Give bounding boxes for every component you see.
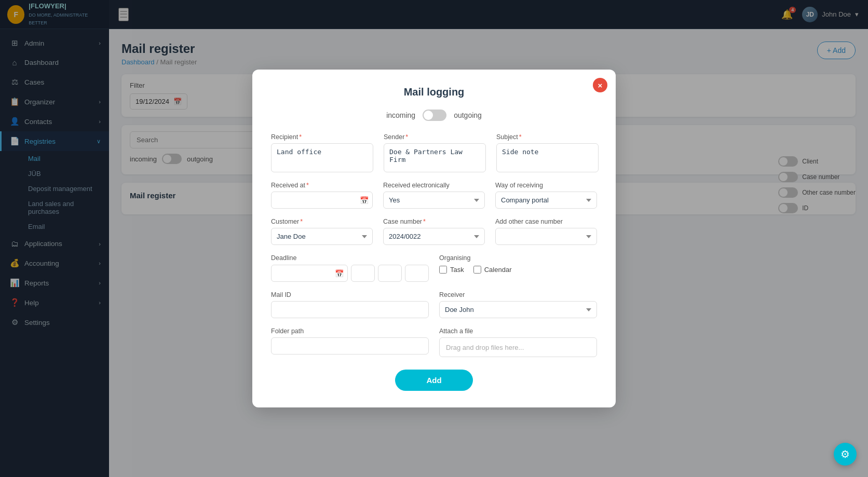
deadline-second-input[interactable]: 30: [405, 265, 429, 282]
mail-id-input[interactable]: [271, 301, 429, 318]
add-other-case-number-field: Add other case number: [495, 218, 597, 245]
task-checkbox[interactable]: [439, 266, 447, 274]
folder-path-label: Folder path: [271, 328, 429, 335]
drop-zone[interactable]: Drag and drop files here...: [439, 337, 597, 357]
attach-file-label: Attach a file: [439, 328, 597, 335]
modal-close-button[interactable]: ×: [593, 78, 607, 92]
received-at-label: Received at*: [271, 182, 373, 189]
drop-zone-text: Drag and drop files here...: [446, 344, 524, 351]
deadline-minute-input[interactable]: 15: [378, 265, 402, 282]
received-at-input[interactable]: 19/12/2024: [271, 192, 373, 209]
organising-label: Organising: [439, 254, 597, 262]
calendar-checkbox[interactable]: [473, 266, 481, 274]
task-label: Task: [450, 266, 464, 274]
receiver-field: Receiver Doe John Jane Doe: [439, 291, 597, 318]
received-electronically-label: Received electronically: [383, 182, 485, 189]
way-of-receiving-label: Way of receiving: [495, 182, 597, 189]
sender-field: Sender* Doe & Partners Law Firm: [384, 133, 486, 172]
deadline-hour-input[interactable]: 8: [351, 265, 375, 282]
recipient-label: Recipient*: [271, 133, 373, 141]
add-other-case-number-label: Add other case number: [495, 218, 597, 225]
received-electronically-field: Received electronically Yes No: [383, 182, 485, 209]
subject-input[interactable]: Side note: [496, 143, 599, 172]
main-content: Mail register Dashboard / Mail register …: [109, 29, 868, 477]
attach-file-field: Attach a file Drag and drop files here..…: [439, 328, 597, 357]
case-number-field: Case number* 2024/0022 2024/0021: [383, 218, 485, 245]
form-row-2: Received at* 19/12/2024 📅 Received elect…: [271, 182, 597, 209]
add-other-case-number-select[interactable]: [495, 228, 597, 245]
modal: × Mail logging incoming outgoing Recipie…: [252, 70, 616, 407]
customer-field: Customer* Jane Doe John Smith: [271, 218, 373, 245]
subject-label: Subject*: [496, 133, 599, 141]
case-number-label: Case number*: [383, 218, 485, 225]
form-row-1: Recipient* Land office Sender* Doe & Par…: [271, 133, 597, 172]
deadline-inputs: 📅 8 15 30: [271, 265, 429, 282]
settings-fab-icon: ⚙: [840, 448, 850, 460]
customer-label: Customer*: [271, 218, 373, 225]
customer-select[interactable]: Jane Doe John Smith: [271, 228, 373, 245]
case-number-select[interactable]: 2024/0022 2024/0021: [383, 228, 485, 245]
receiver-label: Receiver: [439, 291, 597, 298]
deadline-label: Deadline: [271, 254, 429, 262]
modal-incoming-label: incoming: [386, 111, 415, 119]
modal-outgoing-label: outgoing: [454, 111, 482, 119]
mail-id-field: Mail ID: [271, 291, 429, 318]
deadline-section: Deadline 📅 8 15 30: [271, 254, 429, 282]
settings-fab[interactable]: ⚙: [834, 443, 857, 466]
received-at-field: Received at* 19/12/2024 📅: [271, 182, 373, 209]
organising-checkbox-row: Task Calendar: [439, 266, 597, 274]
received-at-date-wrapper: 19/12/2024 📅: [271, 192, 373, 209]
calendar-checkbox-label[interactable]: Calendar: [473, 266, 512, 274]
deadline-organising-row: Deadline 📅 8 15 30 Organising: [271, 254, 597, 282]
received-electronically-select[interactable]: Yes No: [383, 192, 485, 209]
form-row-3: Customer* Jane Doe John Smith Case numbe…: [271, 218, 597, 245]
task-checkbox-label[interactable]: Task: [439, 266, 464, 274]
deadline-date-input[interactable]: [271, 265, 348, 282]
subject-field: Subject* Side note: [496, 133, 599, 172]
folder-path-field: Folder path: [271, 328, 429, 357]
recipient-input[interactable]: Land office: [271, 143, 373, 172]
deadline-date-wrapper: 📅: [271, 265, 348, 282]
way-of-receiving-select[interactable]: Company portal Email Post In person: [495, 192, 597, 209]
modal-footer: Add: [271, 370, 597, 391]
modal-direction-toggle[interactable]: [423, 110, 446, 121]
folder-path-input[interactable]: [271, 337, 429, 355]
direction-toggle-row: incoming outgoing: [271, 110, 597, 121]
way-of-receiving-field: Way of receiving Company portal Email Po…: [495, 182, 597, 209]
receiver-select[interactable]: Doe John Jane Doe: [439, 301, 597, 318]
sender-label: Sender*: [384, 133, 486, 141]
modal-overlay: × Mail logging incoming outgoing Recipie…: [109, 29, 868, 477]
organising-section: Organising Task Calendar: [439, 254, 597, 274]
calendar-label: Calendar: [484, 266, 512, 274]
mail-id-label: Mail ID: [271, 291, 429, 298]
main-wrapper: ☰ 🔔 4 JD John Doe ▾ Mail register Dashbo…: [109, 0, 868, 477]
sender-input[interactable]: Doe & Partners Law Firm: [384, 143, 486, 172]
submit-button[interactable]: Add: [395, 370, 472, 391]
folder-attach-row: Folder path Attach a file Drag and drop …: [271, 328, 597, 357]
mail-receiver-row: Mail ID Receiver Doe John Jane Doe: [271, 291, 597, 318]
recipient-field: Recipient* Land office: [271, 133, 373, 172]
modal-title: Mail logging: [271, 86, 597, 98]
